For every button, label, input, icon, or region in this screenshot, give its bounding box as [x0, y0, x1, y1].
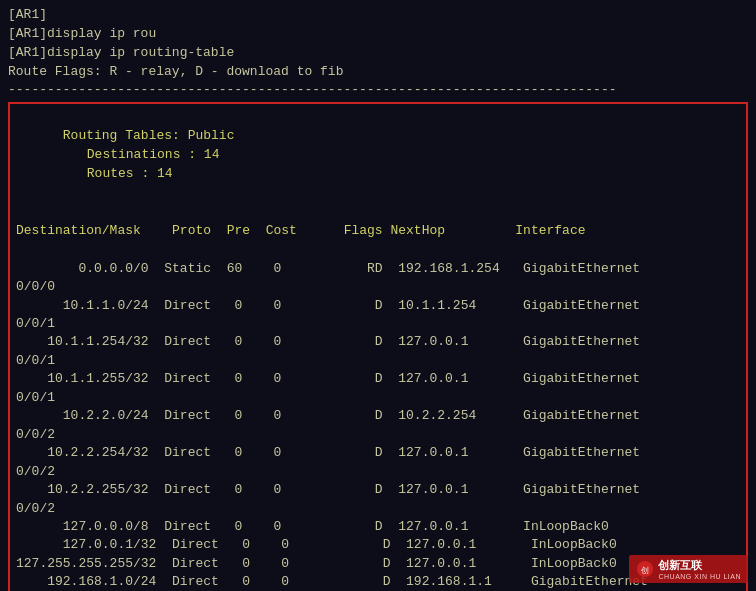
table-row: 10.1.1.0/24 Direct 0 0 D 10.1.1.254 Giga… [16, 297, 740, 315]
prompt-line-1: [AR1] [8, 6, 748, 25]
prompt-line-3: [AR1]display ip routing-table [8, 44, 748, 63]
routing-table-title: Routing Tables: Public Destinations : 14… [16, 108, 740, 202]
table-row: 10.1.1.255/32 Direct 0 0 D 127.0.0.1 Gig… [16, 370, 740, 388]
watermark-icon: 创 [636, 560, 654, 578]
table-row: 0/0/1 [16, 389, 740, 407]
table-row: 0/0/0 [16, 278, 740, 296]
prompt-line-2: [AR1]display ip rou [8, 25, 748, 44]
empty-line-2 [16, 241, 740, 260]
watermark-chinese: 创新互联 [658, 558, 741, 573]
table-row: 10.2.2.0/24 Direct 0 0 D 10.2.2.254 Giga… [16, 407, 740, 425]
table-row: 0/0/2 [16, 426, 740, 444]
table-row: 0.0.0.0/0 Static 60 0 RD 192.168.1.254 G… [16, 260, 740, 278]
watermark-pinyin: CHUANG XIN HU LIAN [658, 573, 741, 580]
table-row: 10.2.2.254/32 Direct 0 0 D 127.0.0.1 Gig… [16, 444, 740, 462]
table-row: 0/0/2 [16, 463, 740, 481]
route-flags-line: Route Flags: R - relay, D - download to … [8, 63, 748, 82]
routing-table-box: Routing Tables: Public Destinations : 14… [8, 102, 748, 591]
table-row: 0/0/1 [16, 352, 740, 370]
col-header: Destination/Mask Proto Pre Cost Flags Ne… [16, 221, 740, 241]
svg-text:创: 创 [641, 566, 649, 575]
watermark: 创 创新互联 CHUANG XIN HU LIAN [629, 555, 748, 583]
terminal-window: [AR1] [AR1]display ip rou [AR1]display i… [0, 0, 756, 591]
divider-line: ----------------------------------------… [8, 81, 748, 100]
table-row: 10.1.1.254/32 Direct 0 0 D 127.0.0.1 Gig… [16, 333, 740, 351]
table-row: 127.0.0.1/32 Direct 0 0 D 127.0.0.1 InLo… [16, 536, 740, 554]
table-row: 0/0/2 [16, 500, 740, 518]
table-row: 0/0/1 [16, 315, 740, 333]
empty-line-1 [16, 202, 740, 221]
table-row: 10.2.2.255/32 Direct 0 0 D 127.0.0.1 Gig… [16, 481, 740, 499]
table-row: 127.0.0.0/8 Direct 0 0 D 127.0.0.1 InLoo… [16, 518, 740, 536]
